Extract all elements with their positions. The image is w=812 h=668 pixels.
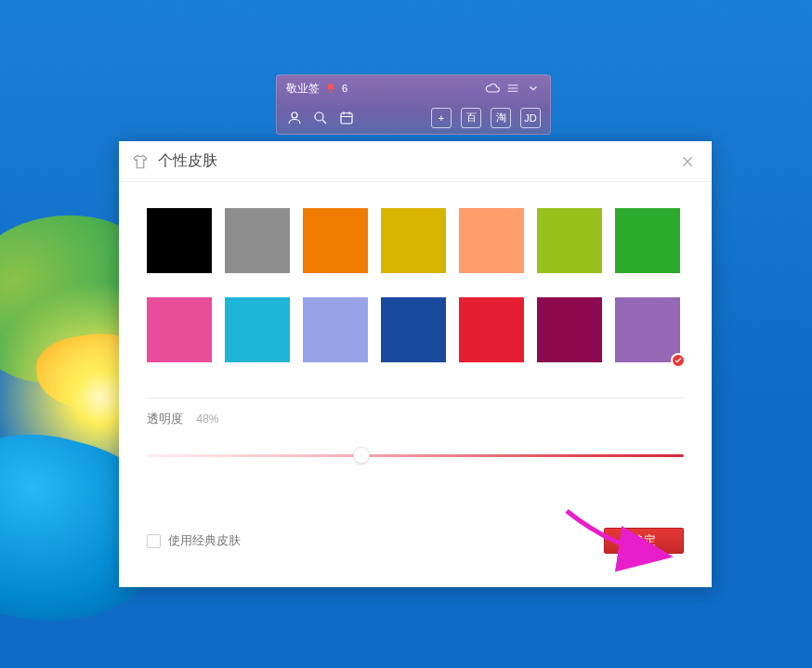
- classic-skin-checkbox[interactable]: [147, 534, 161, 548]
- svg-rect-1: [341, 112, 352, 123]
- color-swatch[interactable]: [147, 208, 212, 273]
- jd-button[interactable]: JD: [520, 108, 541, 128]
- cloud-icon[interactable]: [485, 81, 500, 96]
- color-swatch[interactable]: [381, 208, 446, 273]
- color-swatch-grid: [119, 182, 712, 394]
- svg-point-0: [315, 112, 323, 121]
- notif-count: 6: [342, 83, 347, 94]
- calendar-icon[interactable]: [338, 110, 355, 126]
- opacity-slider[interactable]: [147, 448, 684, 463]
- color-swatch[interactable]: [615, 208, 680, 273]
- color-swatch[interactable]: [225, 297, 290, 362]
- confirm-button[interactable]: 确定: [604, 528, 684, 554]
- color-swatch[interactable]: [147, 297, 212, 362]
- app-mini-panel: 敬业签 6 + 百 淘 JD: [276, 74, 551, 135]
- skin-dialog: 个性皮肤 透明度 48% 使用经典皮肤 确定: [119, 141, 712, 587]
- opacity-label: 透明度: [147, 411, 183, 427]
- dialog-header: 个性皮肤: [119, 141, 712, 182]
- color-swatch[interactable]: [225, 208, 290, 273]
- color-swatch[interactable]: [615, 297, 680, 362]
- close-icon[interactable]: [676, 151, 699, 173]
- check-icon: [671, 353, 686, 368]
- user-icon[interactable]: [286, 110, 303, 126]
- color-swatch[interactable]: [303, 208, 368, 273]
- chevron-down-icon[interactable]: [526, 81, 541, 96]
- slider-track: [147, 454, 684, 457]
- menu-icon[interactable]: [505, 81, 520, 96]
- shirt-icon: [132, 153, 149, 170]
- color-swatch[interactable]: [459, 208, 524, 273]
- dialog-title: 个性皮肤: [158, 151, 217, 171]
- slider-thumb[interactable]: [353, 447, 370, 464]
- color-swatch[interactable]: [459, 297, 524, 362]
- taobao-button[interactable]: 淘: [491, 108, 511, 128]
- search-icon[interactable]: [312, 110, 329, 126]
- add-button[interactable]: +: [431, 108, 452, 128]
- color-swatch[interactable]: [537, 208, 602, 273]
- classic-skin-label: 使用经典皮肤: [168, 532, 241, 549]
- opacity-value: 48%: [196, 413, 218, 426]
- app-name: 敬业签: [286, 81, 320, 97]
- bell-icon: [325, 83, 336, 94]
- color-swatch[interactable]: [303, 297, 368, 362]
- color-swatch[interactable]: [381, 297, 446, 362]
- color-swatch[interactable]: [537, 297, 602, 362]
- baidu-button[interactable]: 百: [461, 108, 481, 128]
